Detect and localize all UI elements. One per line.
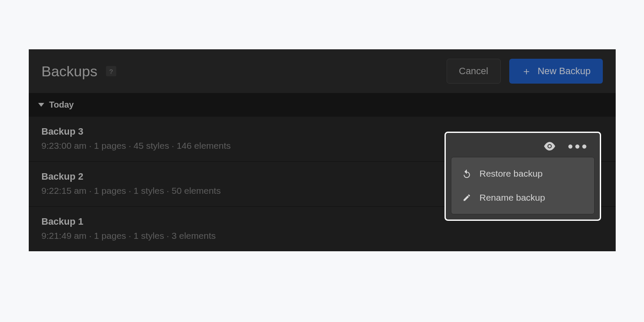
cancel-button-label: Cancel: [459, 66, 488, 77]
new-backup-button[interactable]: ＋ New Backup: [509, 59, 603, 84]
restore-backup-item[interactable]: Restore backup: [454, 162, 592, 186]
group-header-today[interactable]: Today: [29, 93, 616, 117]
context-menu: Restore backup Rename backup: [451, 157, 595, 214]
panel-header: Backups ? Cancel ＋ New Backup: [29, 49, 616, 93]
backups-panel: Backups ? Cancel ＋ New Backup Today Back…: [29, 49, 616, 251]
backup-context-popover: ●●● Restore backup Rename backup: [444, 132, 601, 221]
undo-icon: [462, 169, 472, 179]
restore-backup-label: Restore backup: [480, 169, 543, 179]
page-title: Backups: [42, 63, 97, 80]
more-icon[interactable]: ●●●: [568, 141, 589, 152]
pencil-icon: [462, 193, 472, 203]
new-backup-button-label: New Backup: [538, 66, 591, 77]
header-right: Cancel ＋ New Backup: [447, 59, 603, 84]
preview-icon[interactable]: [544, 142, 556, 150]
backup-meta: 9:21:49 am · 1 pages · 1 styles · 3 elem…: [42, 231, 603, 241]
header-left: Backups ?: [42, 63, 116, 80]
plus-icon: ＋: [521, 64, 532, 78]
help-icon[interactable]: ?: [106, 66, 116, 76]
svg-point-1: [548, 145, 551, 147]
popover-actions: ●●●: [451, 138, 595, 157]
group-label: Today: [49, 100, 74, 110]
rename-backup-label: Rename backup: [480, 193, 545, 203]
cancel-button[interactable]: Cancel: [447, 59, 501, 84]
chevron-down-icon: [38, 103, 44, 107]
rename-backup-item[interactable]: Rename backup: [454, 186, 592, 210]
